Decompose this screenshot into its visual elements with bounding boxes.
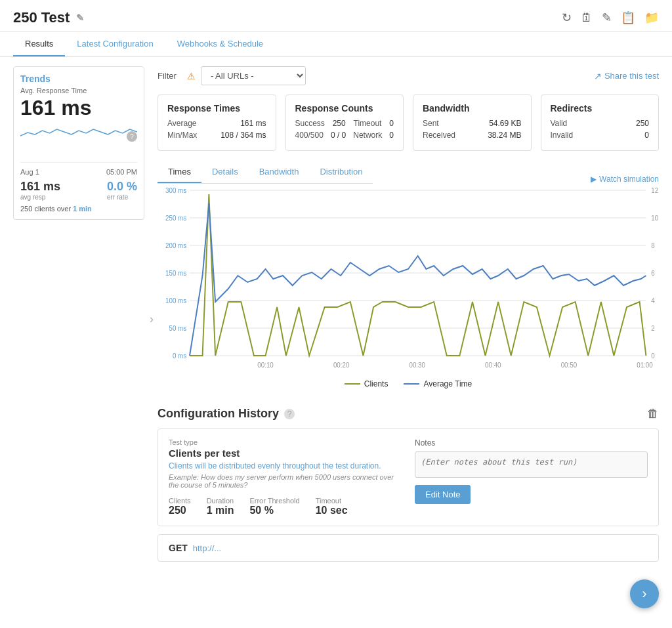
timeout-metric-value: 10 sec <box>316 505 348 516</box>
notes-label: Notes <box>415 438 648 448</box>
svg-text:100 ms: 100 ms <box>165 297 186 304</box>
url-method: GET <box>169 543 188 553</box>
svg-text:00:50: 00:50 <box>561 362 578 369</box>
filter-label: Filter <box>158 71 177 81</box>
stats-cards: Response Times Average 161 ms Min/Max 10… <box>158 94 659 151</box>
watch-sim-label: Watch simulation <box>599 175 659 184</box>
svg-text:00:20: 00:20 <box>333 362 350 369</box>
tab-results[interactable]: Results <box>13 32 65 56</box>
filter-select[interactable]: - All URLs - <box>201 66 306 85</box>
header-icons: ↻ 🗓 ✎ 📋 📁 <box>562 10 659 25</box>
duration-metric-value: 1 min <box>207 505 234 516</box>
right-panel: Filter ⚠ - All URLs - ↗ Share this test … <box>158 66 659 571</box>
svg-text:0: 0 <box>651 352 655 360</box>
filter-row: Filter ⚠ - All URLs - ↗ Share this test <box>158 66 659 85</box>
trends-box: Trends Avg. Response Time 161 ms ? Aug 1… <box>13 66 144 220</box>
svg-text:8: 8 <box>651 242 655 249</box>
svg-text:2: 2 <box>651 325 654 332</box>
redirects-card: Redirects Valid 250 Invalid 0 <box>541 94 660 151</box>
config-body: Test type Clients per test Clients will … <box>158 429 659 526</box>
bw-row-sent: Sent 54.69 KB <box>423 119 522 128</box>
rc-title: Response Counts <box>295 103 394 114</box>
rt-row-avg: Average 161 ms <box>167 119 266 128</box>
calendar-icon[interactable]: 🗓 <box>581 11 593 25</box>
rc-4xx-label: 400/500 <box>295 131 324 140</box>
duration-metric-label: Duration <box>207 497 234 505</box>
metric-row: 161 ms avg resp 0.0 % err rate <box>20 180 137 201</box>
redir-title: Redirects <box>551 103 650 114</box>
share-icon: ↗ <box>594 71 602 81</box>
clients-legend-label: Clients <box>364 379 388 388</box>
trends-subtitle: Avg. Response Time <box>20 87 137 94</box>
notes-input[interactable] <box>415 451 648 478</box>
test-type-label: Test type <box>169 438 402 446</box>
rc-row-success: Success 250 Timeout 0 <box>295 119 394 128</box>
error-threshold-label: Error Threshold <box>249 497 299 505</box>
watch-simulation-link[interactable]: ▶ Watch simulation <box>591 175 659 184</box>
chart-tab-times[interactable]: Times <box>158 161 201 183</box>
svg-text:01:00: 01:00 <box>637 362 653 369</box>
url-value[interactable]: http://... <box>193 543 221 553</box>
svg-text:00:40: 00:40 <box>485 362 501 369</box>
main-tabs: Results Latest Configuration Webhooks & … <box>0 32 672 57</box>
folder-icon[interactable]: 📁 <box>644 10 659 25</box>
svg-text:50 ms: 50 ms <box>169 325 186 332</box>
tab-webhooks[interactable]: Webhooks & Schedule <box>165 32 275 56</box>
redir-valid-label: Valid <box>551 119 568 128</box>
response-times-card: Response Times Average 161 ms Min/Max 10… <box>158 94 276 151</box>
rc-success-label: Success <box>295 119 325 128</box>
clients-config-metric: Clients 250 <box>169 497 191 516</box>
bw-recv-val: 38.24 MB <box>488 131 521 140</box>
nav-arrow-right[interactable]: › <box>150 312 154 325</box>
config-help-icon[interactable]: ? <box>284 409 295 419</box>
page-title-row: 250 Test ✎ <box>13 9 84 26</box>
config-desc: Clients will be distributed evenly throu… <box>169 461 402 471</box>
copy-icon[interactable]: 📋 <box>621 10 635 25</box>
clients-legend-line <box>345 383 360 385</box>
config-metrics: Clients 250 Duration 1 min Error Thresho… <box>169 497 402 516</box>
err-rate-metric: 0.0 % err rate <box>107 180 137 201</box>
svg-text:200 ms: 200 ms <box>165 242 186 249</box>
chart-tab-details[interactable]: Details <box>201 161 249 183</box>
rc-row-4xx: 400/500 0 / 0 Network 0 <box>295 131 394 140</box>
avg-resp-label: avg resp <box>20 194 60 201</box>
time-label: 05:00 PM <box>106 168 137 176</box>
play-icon: ▶ <box>591 175 597 184</box>
svg-text:10: 10 <box>651 215 658 222</box>
config-right: Notes Edit Note <box>415 438 648 516</box>
edit-note-button[interactable]: Edit Note <box>415 485 471 504</box>
chart-container: 300 ms 250 ms 200 ms 150 ms 100 ms 50 ms… <box>158 184 659 374</box>
svg-text:0 ms: 0 ms <box>173 352 186 360</box>
test-type-value: Clients per test <box>169 448 402 459</box>
config-two-col: Test type Clients per test Clients will … <box>169 438 648 516</box>
svg-text:00:10: 00:10 <box>257 362 274 369</box>
refresh-icon[interactable]: ↻ <box>562 10 572 25</box>
response-counts-card: Response Counts Success 250 Timeout 0 40… <box>285 94 404 151</box>
svg-text:300 ms: 300 ms <box>165 187 186 194</box>
svg-text:00:30: 00:30 <box>409 362 425 369</box>
rt-avg-val: 161 ms <box>240 119 266 128</box>
legend-clients: Clients <box>345 379 388 388</box>
delete-config-icon[interactable]: 🗑 <box>647 407 659 421</box>
date-label: Aug 1 <box>20 168 39 176</box>
bw-sent-val: 54.69 KB <box>489 119 521 128</box>
tab-latest-config[interactable]: Latest Configuration <box>65 32 165 56</box>
page-title: 250 Test <box>13 9 70 26</box>
svg-text:4: 4 <box>651 297 655 304</box>
legend-avg-time: Average Time <box>404 379 472 388</box>
redir-row-invalid: Invalid 0 <box>551 131 650 140</box>
chart-tab-distribution[interactable]: Distribution <box>309 161 373 183</box>
share-link[interactable]: ↗ Share this test <box>594 71 659 81</box>
chart-svg: 300 ms 250 ms 200 ms 150 ms 100 ms 50 ms… <box>158 184 659 374</box>
error-threshold-value: 50 % <box>249 505 299 516</box>
clients-metric-label: Clients <box>169 497 191 505</box>
time-row: Aug 1 05:00 PM <box>20 162 137 176</box>
err-rate-label: err rate <box>107 194 137 201</box>
edit-header-icon[interactable]: ✎ <box>602 10 612 25</box>
title-edit-icon[interactable]: ✎ <box>76 12 84 23</box>
redir-valid-val: 250 <box>636 119 649 128</box>
filter-warning-icon: ⚠ <box>187 71 196 81</box>
redir-invalid-label: Invalid <box>551 131 574 140</box>
config-title: Configuration History <box>158 407 279 421</box>
chart-tab-bandwidth[interactable]: Bandwidth <box>249 161 310 183</box>
